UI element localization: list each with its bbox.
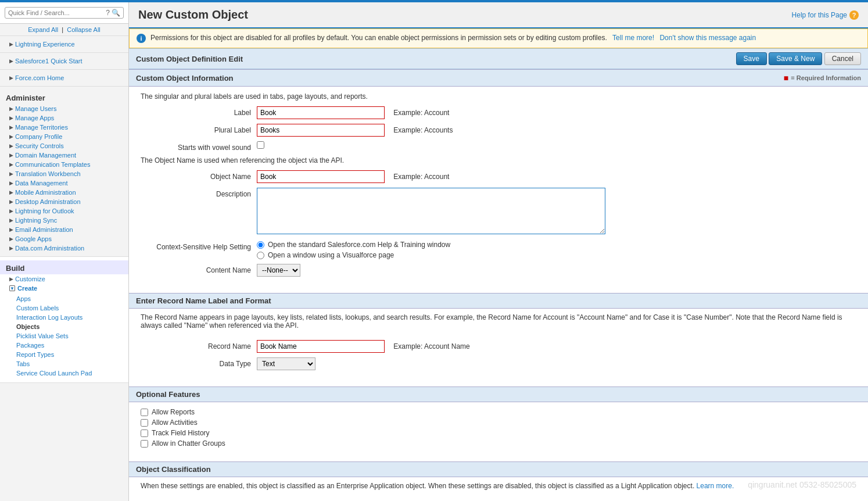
context-help-option2[interactable]: Open a window using a Visualforce page xyxy=(257,251,856,259)
save-new-button[interactable]: Save & New xyxy=(769,52,822,65)
sidebar-subitem-interaction-log-layouts[interactable]: Interaction Log Layouts xyxy=(0,313,128,322)
sidebar-item-lightning-outlook[interactable]: ▶Lightning for Outlook xyxy=(0,206,128,216)
context-help-option1-label: Open the standard Salesforce.com Help & … xyxy=(268,241,450,249)
tell-me-more-link[interactable]: Tell me more! xyxy=(612,34,654,42)
sidebar-item-salesforce1[interactable]: ▶ Salesforce1 Quick Start xyxy=(0,56,128,66)
description-row: Description xyxy=(141,188,856,236)
sidebar-item-company-profile[interactable]: ▶Company Profile xyxy=(0,132,128,141)
allow-reports-item: Allow Reports xyxy=(141,408,856,416)
context-help-option1[interactable]: Open the standard Salesforce.com Help & … xyxy=(257,241,856,249)
sidebar-item-data-management[interactable]: ▶Data Management xyxy=(0,178,128,188)
vowel-sound-wrap xyxy=(257,141,856,151)
label-field-label: Label xyxy=(141,106,257,117)
record-name-label: Record Name xyxy=(141,340,257,350)
sidebar-item-lightning-sync[interactable]: ▶Lightning Sync xyxy=(0,216,128,225)
sidebar-item-domain-management[interactable]: ▶Domain Management xyxy=(0,151,128,160)
content-name-select[interactable]: --None-- xyxy=(257,264,300,277)
sidebar-item-manage-users[interactable]: ▶Manage Users xyxy=(0,104,128,113)
track-field-history-label: Track Field History xyxy=(152,429,210,437)
object-name-example: Example: Account xyxy=(393,173,449,181)
object-name-wrap: Example: Account xyxy=(257,170,856,183)
custom-object-info-section: Custom Object Information ■ = Required I… xyxy=(129,69,868,287)
sidebar-item-manage-territories[interactable]: ▶Manage Territories xyxy=(0,123,128,132)
sidebar-item-customize[interactable]: ▶Customize xyxy=(0,274,128,284)
form-desc-1: The singular and plural labels are used … xyxy=(141,92,856,101)
help-link[interactable]: Help for this Page ? xyxy=(792,10,859,20)
expand-all-link[interactable]: Expand All xyxy=(28,26,58,33)
allow-chatter-checkbox[interactable] xyxy=(141,440,148,448)
sidebar-item-manage-apps[interactable]: ▶Manage Apps xyxy=(0,113,128,123)
data-type-row: Data Type Text Auto Number xyxy=(141,357,856,370)
record-name-section-header: Enter Record Name Label and Format xyxy=(129,293,868,309)
sidebar-subitem-apps[interactable]: Apps xyxy=(0,294,128,303)
sidebar-subitem-picklist-value-sets[interactable]: Picklist Value Sets xyxy=(0,331,128,341)
sidebar-item-forcecom[interactable]: ▶ Force.com Home xyxy=(0,73,128,83)
sidebar-subitem-packages[interactable]: Packages xyxy=(0,341,128,350)
sidebar-subitem-service-cloud[interactable]: Service Cloud Launch Pad xyxy=(0,368,128,378)
allow-activities-checkbox[interactable] xyxy=(141,419,148,427)
custom-object-info-header: Custom Object Information ■ = Required I… xyxy=(129,69,868,87)
sidebar-item-translation-workbench[interactable]: ▶Translation Workbench xyxy=(0,169,128,178)
cancel-button[interactable]: Cancel xyxy=(824,52,861,65)
optional-features-body: Allow Reports Allow Activities Track Fie… xyxy=(129,402,868,456)
expand-icon: ▶ xyxy=(9,75,13,81)
vowel-sound-checkbox[interactable] xyxy=(257,141,264,149)
sidebar-subitem-objects[interactable]: Objects xyxy=(0,322,128,331)
sidebar-item-google-apps[interactable]: ▶Google Apps xyxy=(0,234,128,244)
sidebar-item-mobile-administration[interactable]: ▶Mobile Administration xyxy=(0,188,128,197)
vowel-sound-label: Starts with vowel sound xyxy=(141,141,257,152)
object-name-row: Object Name Example: Account xyxy=(141,170,856,183)
info-banner-message: Permissions for this object are disabled… xyxy=(150,34,756,42)
object-name-input[interactable] xyxy=(257,170,385,183)
sidebar-item-security-controls[interactable]: ▶Security Controls xyxy=(0,141,128,151)
sidebar-item-lightning-experience[interactable]: ▶ Lightning Experience xyxy=(0,40,128,49)
section-salesforce1: ▶ Salesforce1 Quick Start xyxy=(0,53,128,70)
track-field-history-item: Track Field History xyxy=(141,429,856,437)
sidebar-header: ? 🔍 xyxy=(0,2,128,24)
expand-icon: ▶ xyxy=(9,41,13,47)
sidebar-item-create[interactable]: ▼ Create xyxy=(0,284,128,293)
allow-reports-checkbox[interactable] xyxy=(141,409,148,416)
sidebar-subitem-report-types[interactable]: Report Types xyxy=(0,350,128,359)
form-desc-2: The Object Name is used when referencing… xyxy=(141,156,856,164)
save-bar: Save Save & New Cancel xyxy=(736,52,861,65)
create-subitems: Apps Custom Labels Interaction Log Layou… xyxy=(0,293,128,379)
label-row: Label Example: Account xyxy=(141,106,856,119)
administer-title: Administer xyxy=(0,90,128,104)
help-link-text: Help for this Page xyxy=(792,11,847,19)
plural-label-input[interactable] xyxy=(257,124,385,137)
plural-label-example: Example: Accounts xyxy=(393,126,453,134)
save-button[interactable]: Save xyxy=(736,52,767,65)
sidebar-subitem-tabs[interactable]: Tabs xyxy=(0,359,128,368)
help-icon[interactable]: ? xyxy=(106,9,110,17)
object-classification-header: Object Classification xyxy=(129,461,868,477)
section-lightning-experience: ▶ Lightning Experience xyxy=(0,36,128,53)
required-note: ■ = Required Information xyxy=(784,73,861,83)
record-name-input[interactable] xyxy=(257,340,385,353)
allow-chatter-label: Allow in Chatter Groups xyxy=(152,439,225,448)
sidebar-item-desktop-administration[interactable]: ▶Desktop Administration xyxy=(0,197,128,206)
collapse-all-link[interactable]: Collapse All xyxy=(67,26,100,33)
sidebar-subitem-custom-labels[interactable]: Custom Labels xyxy=(0,303,128,313)
description-wrap xyxy=(257,188,856,236)
custom-object-info-body: The singular and plural labels are used … xyxy=(129,87,868,287)
learn-more-link[interactable]: Learn more. xyxy=(697,482,734,490)
search-icon[interactable]: 🔍 xyxy=(112,9,120,17)
context-help-radio-group: Open the standard Salesforce.com Help & … xyxy=(257,241,856,259)
description-textarea[interactable] xyxy=(257,188,605,234)
sidebar-item-email-administration[interactable]: ▶Email Administration xyxy=(0,225,128,234)
content-name-label: Content Name xyxy=(141,264,257,274)
sidebar-item-communication-templates[interactable]: ▶Communication Templates xyxy=(0,160,128,169)
search-input[interactable] xyxy=(8,9,104,16)
label-field-wrap: Example: Account xyxy=(257,106,856,119)
search-box[interactable]: ? 🔍 xyxy=(5,7,124,19)
track-field-history-checkbox[interactable] xyxy=(141,430,148,437)
expand-collapse-bar: Expand All | Collapse All xyxy=(0,24,128,36)
label-input[interactable] xyxy=(257,106,385,119)
dont-show-link[interactable]: Don't show this message again xyxy=(659,34,756,42)
plural-label-field-wrap: Example: Accounts xyxy=(257,124,856,137)
sidebar-item-datacom-administration[interactable]: ▶Data.com Administration xyxy=(0,244,128,253)
record-name-example: Example: Account Name xyxy=(393,342,469,350)
object-name-label: Object Name xyxy=(141,170,257,181)
data-type-select[interactable]: Text Auto Number xyxy=(257,357,315,370)
